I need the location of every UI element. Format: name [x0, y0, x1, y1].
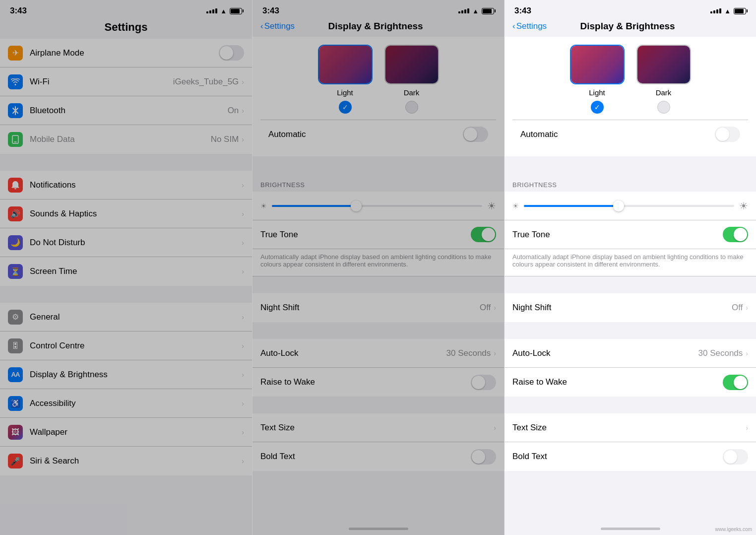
autolock-value-right: 30 Seconds — [698, 348, 743, 358]
wifi-icon-m: ▲ — [472, 7, 479, 15]
sidebar-item-displaybrightness[interactable]: AA Display & Brightness › — [0, 360, 252, 389]
gap-1 — [0, 154, 252, 171]
appearance-section-right: Light ✓ Dark Automatic — [504, 37, 756, 156]
general-chevron: › — [242, 313, 244, 321]
sidebar-item-general[interactable]: ⚙ General › — [0, 303, 252, 332]
bold-text-label-middle: Bold Text — [260, 452, 471, 462]
wifi-icon: ▲ — [220, 7, 227, 15]
bold-text-toggle-right[interactable] — [723, 449, 748, 465]
bold-text-label-right: Bold Text — [512, 452, 723, 462]
siri-chevron: › — [242, 457, 244, 465]
night-shift-section-right: Night Shift Off › — [504, 293, 756, 322]
appearance-light-middle[interactable]: Light ✓ — [318, 45, 373, 114]
brightness-slider-right[interactable] — [524, 205, 734, 207]
db-divider-2-m — [252, 276, 504, 293]
back-button-right[interactable]: ‹ Settings — [512, 21, 547, 31]
general-label: General — [30, 312, 242, 322]
sidebar-item-accessibility[interactable]: ♿ Accessibility › — [0, 389, 252, 418]
dnd-chevron: › — [242, 239, 244, 247]
sidebar-item-airplane[interactable]: ✈ Airplane Mode — [0, 39, 252, 67]
bold-text-toggle-middle[interactable] — [471, 449, 496, 465]
raise-to-wake-row-middle[interactable]: Raise to Wake — [252, 368, 504, 397]
true-tone-toggle-middle[interactable] — [471, 227, 496, 242]
dnd-icon: 🌙 — [8, 235, 23, 250]
brightness-sun-sm-r: ☀ — [512, 202, 519, 210]
raise-to-wake-row-right[interactable]: Raise to Wake — [504, 368, 756, 397]
light-check-right: ✓ — [591, 101, 604, 114]
automatic-row-right[interactable]: Automatic — [512, 120, 748, 148]
notifications-icon — [8, 178, 23, 193]
siri-label: Siri & Search — [30, 456, 242, 466]
dark-gradient-right — [637, 46, 690, 83]
sidebar-item-bluetooth[interactable]: Bluetooth On › — [0, 96, 252, 125]
true-tone-row-right[interactable]: True Tone — [504, 220, 756, 249]
sidebar-item-siri[interactable]: 🎤 Siri & Search › — [0, 447, 252, 475]
wifi-chevron: › — [242, 78, 244, 86]
true-tone-toggle-right[interactable] — [723, 227, 748, 242]
sidebar-item-sounds[interactable]: 🔊 Sounds & Haptics › — [0, 200, 252, 228]
brightness-row-right[interactable]: ☀ ☀ — [504, 192, 756, 220]
battery-icon-m — [482, 8, 494, 14]
brightness-fill-middle — [272, 205, 356, 207]
automatic-row-middle[interactable]: Automatic — [260, 120, 496, 148]
status-bar-left: 3:43 ▲ — [0, 0, 252, 19]
night-shift-row-right[interactable]: Night Shift Off › — [504, 293, 756, 322]
sidebar-item-dnd[interactable]: 🌙 Do Not Disturb › — [0, 228, 252, 257]
settings-panel: 3:43 ▲ Settings ✈ Airplane Mode — [0, 0, 252, 535]
appearance-dark-middle[interactable]: Dark — [384, 45, 439, 114]
text-size-row-middle[interactable]: Text Size › — [252, 413, 504, 442]
sidebar-item-controlcentre[interactable]: 🎛 Control Centre › — [0, 332, 252, 360]
controlcentre-label: Control Centre — [30, 341, 242, 351]
airplane-toggle[interactable] — [219, 45, 244, 61]
brightness-row-middle[interactable]: ☀ ☀ — [252, 192, 504, 220]
light-check-middle: ✓ — [339, 101, 352, 114]
brightness-slider-middle[interactable] — [272, 205, 482, 207]
brightness-header-right: BRIGHTNESS — [504, 173, 756, 192]
settings-title: Settings — [105, 21, 148, 33]
raise-to-wake-toggle-middle[interactable] — [471, 375, 496, 390]
true-tone-desc-right: Automatically adapt iPhone display based… — [504, 249, 756, 276]
mobile-chevron: › — [242, 135, 244, 143]
brightness-sun-sm-m: ☀ — [260, 202, 267, 210]
autolock-row-middle[interactable]: Auto-Lock 30 Seconds › — [252, 339, 504, 368]
sidebar-item-wifi[interactable]: Wi-Fi iGeeks_Tube_5G › — [0, 67, 252, 96]
dark-label-right: Dark — [656, 88, 672, 97]
bluetooth-label: Bluetooth — [30, 106, 228, 116]
db-divider-4-r — [504, 397, 756, 413]
text-size-row-right[interactable]: Text Size › — [504, 413, 756, 442]
light-gradient-middle — [319, 46, 372, 83]
sidebar-item-mobile[interactable]: Mobile Data No SIM › — [0, 125, 252, 154]
db-divider-4-m — [252, 397, 504, 413]
status-icons-left: ▲ — [206, 7, 242, 15]
true-tone-desc-middle: Automatically adapt iPhone display based… — [252, 249, 504, 276]
automatic-toggle-middle[interactable] — [463, 127, 488, 142]
bold-text-row-right[interactable]: Bold Text — [504, 442, 756, 471]
wifi-value: iGeeks_Tube_5G — [173, 77, 239, 87]
home-indicator-middle — [349, 528, 408, 530]
appearance-dark-right[interactable]: Dark — [636, 45, 691, 114]
bold-text-row-middle[interactable]: Bold Text — [252, 442, 504, 471]
automatic-toggle-right[interactable] — [715, 127, 740, 142]
text-section-right: Text Size › Bold Text — [504, 413, 756, 471]
light-gradient-right — [571, 46, 624, 83]
settings-group-2: Notifications › 🔊 Sounds & Haptics › 🌙 D… — [0, 171, 252, 286]
dark-label-middle: Dark — [404, 88, 420, 97]
night-shift-section-middle: Night Shift Off › — [252, 293, 504, 322]
true-tone-row-middle[interactable]: True Tone — [252, 220, 504, 249]
back-button-middle[interactable]: ‹ Settings — [260, 21, 295, 31]
light-preview-middle — [318, 45, 373, 84]
brightness-fill-right — [524, 205, 619, 207]
appearance-light-right[interactable]: Light ✓ — [570, 45, 625, 114]
sidebar-item-screentime[interactable]: ⏳ Screen Time › — [0, 257, 252, 286]
dark-check-right — [657, 101, 670, 114]
autolock-chevron-right: › — [746, 349, 748, 357]
night-shift-row-middle[interactable]: Night Shift Off › — [252, 293, 504, 322]
wallpaper-icon: 🖼 — [8, 425, 23, 440]
autolock-row-right[interactable]: Auto-Lock 30 Seconds › — [504, 339, 756, 368]
sidebar-item-notifications[interactable]: Notifications › — [0, 171, 252, 200]
text-size-label-middle: Text Size — [260, 423, 494, 433]
sidebar-item-wallpaper[interactable]: 🖼 Wallpaper › — [0, 418, 252, 447]
raise-to-wake-toggle-right[interactable] — [723, 375, 748, 390]
controlcentre-chevron: › — [242, 342, 244, 350]
home-indicator-right — [601, 528, 660, 530]
